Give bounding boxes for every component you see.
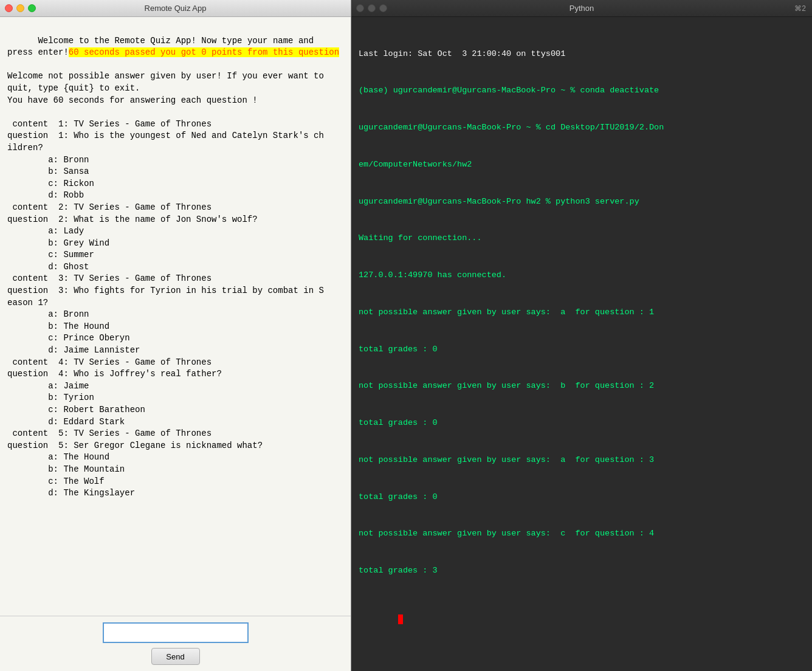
terminal-line-4: ugurcandemir@Ugurcans-MacBook-Pro hw2 % …	[359, 196, 805, 208]
blank	[7, 60, 12, 69]
answer-1c: c: Rickon	[7, 179, 94, 188]
question-1b: ildren?	[7, 143, 43, 153]
answer-5a: a: The Hound	[7, 452, 109, 462]
answer-3c: c: Prince Oberyn	[7, 333, 130, 343]
answer-4c: c: Robert Baratheon	[7, 405, 145, 415]
terminal-line-2: ugurcandemir@Ugurcans-MacBook-Pro ~ % cd…	[359, 122, 805, 134]
terminal-line-5: Waiting for connection...	[359, 232, 805, 244]
terminal-line-0: Last login: Sat Oct 3 21:00:40 on ttys00…	[359, 48, 805, 60]
terminal-line-6: 127.0.0.1:49970 has connected.	[359, 269, 805, 281]
content-4: content 4: TV Series - Game of Thrones	[7, 357, 212, 367]
answer-2d: d: Ghost	[7, 262, 89, 272]
answer-3d: d: Jaime Lannister	[7, 345, 140, 355]
answer-2b: b: Grey Wind	[7, 238, 109, 248]
left-titlebar: Remote Quiz App	[0, 0, 351, 17]
terminal-minimize[interactable]	[368, 4, 376, 12]
terminal-shortcut: ⌘2	[794, 4, 806, 13]
answer-3a: a: Bronn	[7, 309, 89, 319]
terminal-line-9: not possible answer given by user says: …	[359, 380, 805, 392]
answer-1a: a: Bronn	[7, 155, 89, 165]
terminal-maximize[interactable]	[379, 4, 387, 12]
answer-2a: a: Lady	[7, 226, 84, 236]
terminal-output: Last login: Sat Oct 3 21:00:40 on ttys00…	[351, 17, 812, 671]
answer-5b: b: The Mountain	[7, 464, 125, 474]
content-3: content 3: TV Series - Game of Thrones	[7, 274, 212, 283]
terminal-line-14: total grades : 3	[359, 565, 805, 577]
question-5: question 5: Ser Gregor Clegane is nickna…	[7, 441, 263, 450]
question-2: question 2: What is the name of Jon Snow…	[7, 215, 258, 224]
left-window-title: Remote Quiz App	[145, 4, 207, 13]
blank2	[7, 107, 12, 117]
question-4: question 4: Who is Joffrey's real father…	[7, 369, 222, 379]
terminal-line-7: not possible answer given by user says: …	[359, 306, 805, 318]
left-window: Remote Quiz App Welcome to the Remote Qu…	[0, 0, 351, 671]
answer-4d: d: Eddard Stark	[7, 417, 125, 427]
minimize-button[interactable]	[16, 4, 24, 12]
desktop: Remote Quiz App Welcome to the Remote Qu…	[0, 0, 812, 671]
content-1: content 1: TV Series - Game of Thrones	[7, 119, 212, 129]
answer-5c: c: The Wolf	[7, 477, 105, 486]
question-3: question 3: Who fights for Tyrion in his…	[7, 286, 324, 295]
welcome-3: Welcome not possible answer given by use…	[7, 71, 324, 81]
welcome-5: You have 60 seconds for answering each q…	[7, 95, 258, 105]
welcome-4: quit, type {quit} to exit.	[7, 83, 140, 93]
quiz-content: Welcome to the Remote Quiz App! Now type…	[0, 17, 351, 616]
terminal-line-1: (base) ugurcandemir@Ugurcans-MacBook-Pro…	[359, 84, 805, 97]
answer-5d: d: The Kingslayer	[7, 488, 135, 498]
right-window: Python ⌘2 Last login: Sat Oct 3 21:00:40…	[351, 0, 812, 671]
terminal-cursor-line	[359, 602, 805, 639]
terminal-close[interactable]	[356, 4, 364, 12]
answer-2c: c: Summer	[7, 250, 94, 260]
content-5: content 5: TV Series - Game of Thrones	[7, 428, 212, 438]
terminal-line-12: total grades : 0	[359, 491, 805, 503]
terminal-traffic-lights	[356, 4, 387, 12]
answer-4a: a: Jaime	[7, 381, 89, 391]
terminal-line-13: not possible answer given by user says: …	[359, 528, 805, 540]
terminal-line-3: em/ComputerNetworks/hw2	[359, 159, 805, 171]
question-3b: eason 1?	[7, 298, 48, 308]
terminal-line-11: not possible answer given by user says: …	[359, 454, 805, 466]
input-area: Send	[0, 616, 351, 671]
terminal-line-10: total grades : 0	[359, 417, 805, 429]
answer-1d: d: Robb	[7, 190, 84, 200]
terminal-cursor	[398, 614, 403, 624]
terminal-line-8: total grades : 0	[359, 343, 805, 356]
send-button[interactable]: Send	[151, 648, 200, 665]
welcome-text-2: nter!	[43, 47, 69, 57]
maximize-button[interactable]	[28, 4, 36, 12]
terminal-titlebar: Python ⌘2	[351, 0, 812, 17]
answer-3b: b: The Hound	[7, 322, 109, 331]
answer-1b: b: Sansa	[7, 167, 89, 176]
question-1: question 1: Who is the youngest of Ned a…	[7, 131, 324, 140]
left-traffic-lights	[5, 4, 36, 12]
close-button[interactable]	[5, 4, 13, 12]
content-2: content 2: TV Series - Game of Thrones	[7, 202, 212, 212]
answer-input[interactable]	[103, 622, 249, 643]
terminal-title: Python	[569, 4, 594, 13]
error-highlight: 60 seconds passed you got 0 points from …	[69, 47, 339, 57]
answer-4b: b: Tyrion	[7, 393, 94, 402]
